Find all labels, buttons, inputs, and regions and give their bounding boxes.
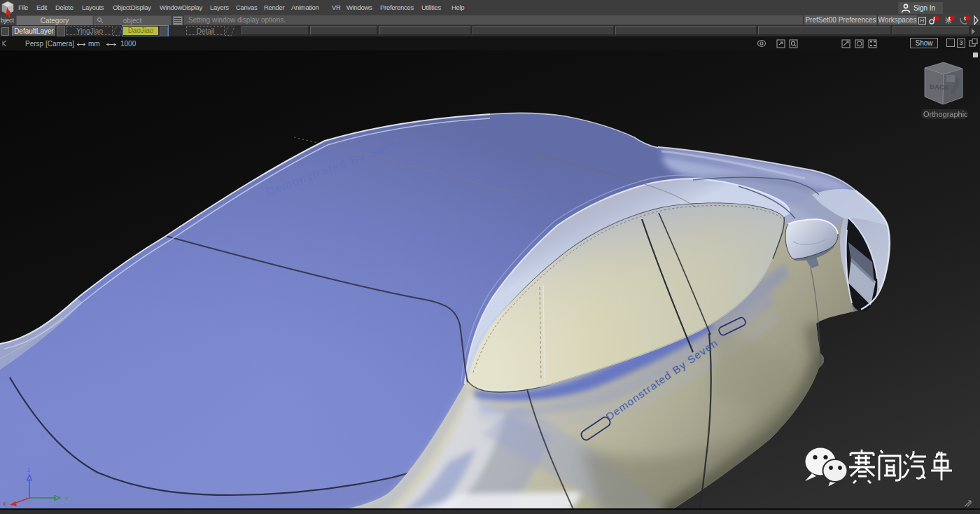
svg-text:z: z <box>27 466 31 473</box>
svg-text:BACK: BACK <box>930 83 949 91</box>
svg-text:x: x <box>3 500 6 507</box>
svg-text:Orthographic: Orthographic <box>923 110 968 118</box>
svg-text:Y: Y <box>64 495 69 502</box>
